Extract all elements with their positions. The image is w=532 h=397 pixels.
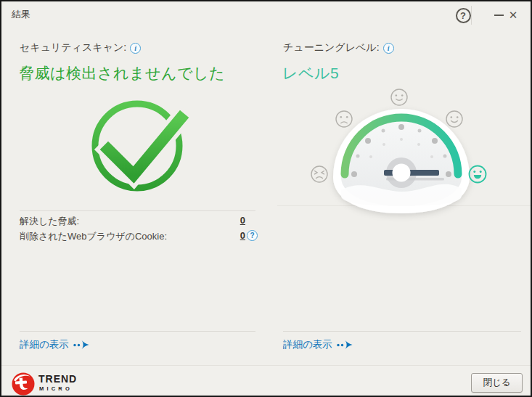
info-icon[interactable]: i [130,43,141,54]
details-link-label: 詳細の表示 [20,338,69,351]
stat-row-cookies: 削除されたWebブラウザのCookie: 0 [20,230,245,243]
question-icon[interactable]: ? [247,230,258,241]
smiley-level2-icon [336,111,352,127]
results-window: 結果 ? ✕ セキュリティスキャン: i 脅威は検出されませんでした 解決した脅… [0,0,532,397]
titlebar-divider [471,6,472,25]
info-icon[interactable]: i [383,43,394,54]
window-close-button[interactable]: ✕ [505,7,521,23]
brand-name-micro: MICRO [39,385,73,392]
scan-result-headline: 脅威は検出されませんでした [19,63,225,83]
trend-micro-logo-icon [11,372,37,396]
minimize-button[interactable] [491,7,507,23]
left-footer-divider [20,331,255,332]
brand-name-trend: TREND [38,373,77,385]
resolved-threats-label: 解決した脅威: [20,215,79,228]
checkmark-graphic [89,99,192,196]
help-icon: ? [456,8,471,23]
deleted-cookies-label: 削除されたWebブラウザのCookie: [20,230,167,243]
help-button[interactable]: ? [455,7,471,23]
details-link-tuning[interactable]: 詳細の表示 [283,338,354,351]
window-title: 結果 [12,8,30,21]
right-footer-divider [283,331,521,332]
smiley-level1-icon [311,166,327,182]
details-link-security[interactable]: 詳細の表示 [20,338,91,351]
tuning-gauge [306,89,496,223]
stat-row-threats: 解決した脅威: 0 [20,215,245,228]
arrow-right-icon [73,340,91,350]
security-scan-label: セキュリティスキャン: [20,41,126,54]
smiley-level4-icon [446,111,462,127]
smiley-level3-icon [391,89,407,105]
smiley-level5-icon [470,166,486,183]
deleted-cookies-value[interactable]: 0 [240,230,245,243]
security-scan-header: セキュリティスキャン: i [20,41,141,54]
tuning-level-header: チューニングレベル: i [283,41,394,54]
close-button[interactable]: 閉じる [471,373,523,393]
footer [1,365,531,396]
tuning-level-label: チューニングレベル: [283,41,380,54]
resolved-threats-value[interactable]: 0 [240,215,245,228]
details-link-label: 詳細の表示 [283,338,332,351]
arrow-right-icon [337,340,354,350]
tuning-level-headline: レベル5 [282,63,339,83]
stats-divider [20,210,255,211]
minimize-icon [494,15,504,16]
